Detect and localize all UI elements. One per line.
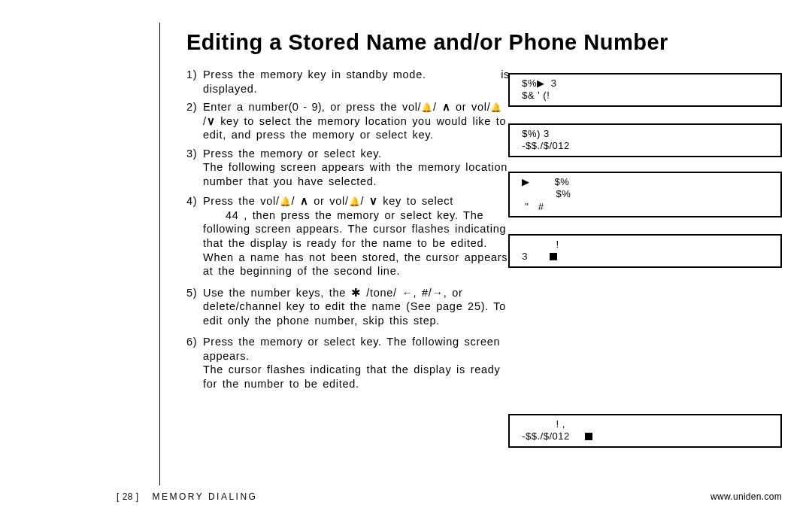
text: , or <box>444 287 463 299</box>
step-number: 3) <box>186 147 203 189</box>
step-5: 5) Use the number keys, the ✱ /tone/ ←, … <box>186 286 510 328</box>
down-arrow-icon: ∨ <box>369 195 378 207</box>
step-number: 6) <box>186 335 203 391</box>
text: / <box>360 195 368 207</box>
bell-icon: 🔔 <box>421 102 433 113</box>
text: The cursor flashes indicating that the d… <box>203 363 500 390</box>
step-number: 1) <box>186 68 203 96</box>
text: delete/channel <box>203 300 281 312</box>
text: or <box>308 147 319 160</box>
text: Use the number keys, the <box>203 287 346 299</box>
cursor-icon <box>550 253 557 260</box>
step-text: Use the number keys, the ✱ /tone/ ←, #/→… <box>203 286 510 328</box>
text: memory <box>260 68 303 81</box>
step-2: 2) Enter a number(0 - 9), or press the v… <box>186 100 510 142</box>
bell-icon: 🔔 <box>490 102 502 113</box>
text: key to select <box>383 195 453 207</box>
lcd-line: $& ' (! <box>516 90 774 102</box>
text: /tone/ <box>361 287 401 299</box>
lcd-line: $% <box>516 188 774 200</box>
text: or <box>308 336 319 348</box>
text: select <box>324 147 356 160</box>
step-text: Press the memory or select key. The foll… <box>203 335 510 391</box>
up-arrow-icon: ∧ <box>300 195 309 207</box>
step-number: 4) <box>186 194 203 278</box>
text: memory <box>312 129 355 141</box>
page-title: Editing a Stored Name and/or Phone Numbe… <box>186 30 668 55</box>
text: key. <box>360 147 381 160</box>
page-number: [ 28 ] <box>117 491 139 502</box>
bell-icon: 🔔 <box>349 196 361 207</box>
lcd-line: 3 <box>516 251 774 263</box>
star-icon: ✱ <box>351 287 362 299</box>
text: or vol/ <box>314 195 348 207</box>
text: The following screen appears with the me… <box>203 161 508 187</box>
text: or <box>360 129 371 141</box>
text: memory <box>260 336 303 348</box>
down-arrow-icon: ∨ <box>207 115 216 127</box>
instruction-body: 1) Press the memory key in standby mode.… <box>186 68 510 394</box>
lcd-line: -$$./$/012 <box>516 430 774 442</box>
lcd-line: " # <box>516 201 774 213</box>
text: (0 - 9) <box>289 101 322 113</box>
lcd-line: ! , <box>516 418 774 430</box>
text: , #/ <box>414 287 432 299</box>
text: memory <box>260 147 303 160</box>
footer-left: [ 28 ] MEMORY DIALING <box>117 491 257 502</box>
lcd-display-5: ! , -$$./$/012 <box>508 414 782 448</box>
text: , then press the <box>244 209 332 221</box>
text: select <box>401 209 432 221</box>
text: 44 <box>226 209 239 221</box>
section-name: MEMORY DIALING <box>153 491 258 502</box>
lcd-line: ! <box>516 239 774 251</box>
footer-url: www.uniden.com <box>710 491 782 502</box>
lcd-display-4: ! 3 <box>508 234 782 268</box>
text: or <box>384 209 395 221</box>
text: select <box>324 336 356 348</box>
text: key. The <box>437 209 483 221</box>
text: / <box>291 195 299 207</box>
lcd-text: 3 <box>516 251 550 262</box>
cursor-icon <box>585 433 592 440</box>
step-number: 2) <box>186 100 203 142</box>
lcd-display-3: ▶ $% $% " # <box>508 172 782 217</box>
text: , or press the <box>322 101 397 113</box>
text: vol/ <box>402 101 421 113</box>
text: Press the <box>203 195 256 207</box>
step-text: Press the memory key in standby mode. is… <box>203 68 510 96</box>
bell-icon: 🔔 <box>280 196 292 207</box>
text: memory <box>337 209 380 221</box>
right-arrow-icon: → <box>432 287 444 299</box>
text: key in standby mode. <box>308 68 426 81</box>
lcd-line: ▶ $% <box>516 176 774 188</box>
step-3: 3) Press the memory or select key. The f… <box>186 147 510 189</box>
up-arrow-icon: ∧ <box>442 101 451 113</box>
text: vol/ <box>260 195 279 207</box>
step-text: Press the memory or select key. The foll… <box>203 147 510 189</box>
text: / <box>433 101 441 113</box>
left-arrow-icon: ← <box>401 287 413 299</box>
lcd-line: $%▶ 3 <box>516 78 774 90</box>
lcd-text: -$$./$/012 <box>516 430 585 442</box>
vertical-divider <box>159 23 160 485</box>
lcd-line: -$$./$/012 <box>516 140 774 152</box>
step-text: Press the vol/🔔/ ∧ or vol/🔔/ ∨ key to se… <box>203 194 510 278</box>
step-number: 5) <box>186 286 203 328</box>
lcd-display-2: $%) 3 -$$./$/012 <box>508 123 782 157</box>
lcd-line: $%) 3 <box>516 128 774 140</box>
step-4: 4) Press the vol/🔔/ ∧ or vol/🔔/ ∨ key to… <box>186 194 510 278</box>
step-text: Enter a number(0 - 9), or press the vol/… <box>203 100 510 142</box>
lcd-display-1: $%▶ 3 $& ' (! <box>508 73 782 107</box>
text: select <box>376 129 408 141</box>
text: following screen appears. The cursor fla… <box>203 223 508 277</box>
text: Press the <box>203 147 256 160</box>
step-6: 6) Press the memory or select key. The f… <box>186 335 510 391</box>
text: Press the <box>203 336 256 348</box>
text: or vol/ <box>456 101 490 113</box>
text: key to select the memory location you wo… <box>203 115 506 141</box>
text: displayed. <box>203 83 257 95</box>
text: key. <box>413 129 434 141</box>
text: Enter a number <box>203 101 289 113</box>
step-1: 1) Press the memory key in standby mode.… <box>186 68 510 96</box>
text: Press the <box>203 68 256 81</box>
